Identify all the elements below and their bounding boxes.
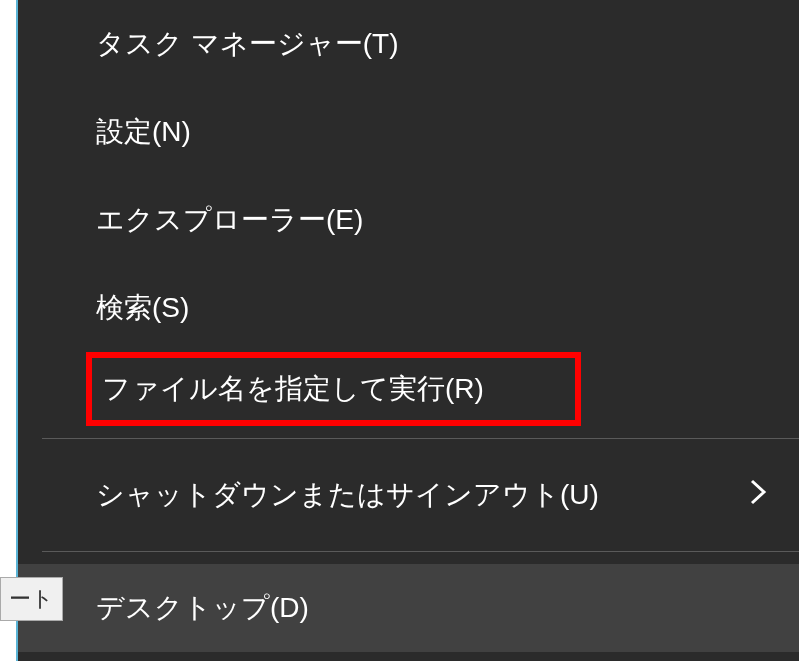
menu-item-label: タスク マネージャー(T) <box>96 25 399 63</box>
menu-item-label: エクスプローラー(E) <box>96 201 363 239</box>
menu-item-label: 設定(N) <box>96 113 191 151</box>
menu-item-shutdown-signout[interactable]: シャットダウンまたはサインアウト(U) <box>18 451 799 539</box>
menu-item-run[interactable]: ファイル名を指定して実行(R) <box>86 352 581 426</box>
menu-item-label: ファイル名を指定して実行(R) <box>102 370 484 408</box>
chevron-right-icon <box>749 478 767 512</box>
menu-item-search[interactable]: 検索(S) <box>18 264 799 352</box>
menu-item-task-manager[interactable]: タスク マネージャー(T) <box>18 0 799 88</box>
menu-item-label: シャットダウンまたはサインアウト(U) <box>96 476 599 514</box>
menu-item-label: 検索(S) <box>96 289 189 327</box>
tooltip-fragment: ート <box>0 577 63 621</box>
menu-item-label: デスクトップ(D) <box>96 589 309 627</box>
menu-divider <box>42 438 799 439</box>
menu-item-settings[interactable]: 設定(N) <box>18 88 799 176</box>
tooltip-text: ート <box>9 586 54 611</box>
menu-divider <box>42 551 799 552</box>
menu-item-desktop[interactable]: デスクトップ(D) <box>18 564 799 652</box>
menu-item-explorer[interactable]: エクスプローラー(E) <box>18 176 799 264</box>
winx-context-menu: タスク マネージャー(T) 設定(N) エクスプローラー(E) 検索(S) ファ… <box>16 0 799 661</box>
